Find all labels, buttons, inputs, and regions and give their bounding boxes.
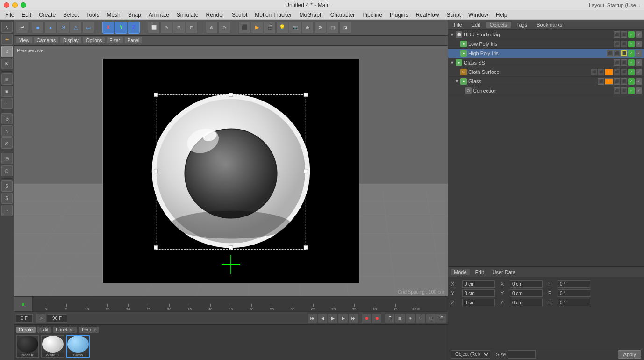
obj-vis2-hdr[interactable]: ✓ bbox=[636, 31, 642, 38]
target-btn[interactable]: ⊕ bbox=[301, 22, 314, 34]
frame-advance-btn[interactable]: ▷ bbox=[36, 314, 46, 323]
obj-tag-hdr-2[interactable]: ⬛ bbox=[621, 31, 627, 38]
obj-tab-objects[interactable]: Objects bbox=[486, 22, 511, 28]
obj-tag-lpi-1[interactable]: ⬛ bbox=[614, 41, 620, 47]
record-btn[interactable]: ⏺ bbox=[362, 314, 371, 323]
obj-tag-hdr-1[interactable]: ⬛ bbox=[614, 31, 620, 38]
obj-tag-cs-4[interactable]: ⬛ bbox=[621, 69, 627, 75]
vp-filter-menu[interactable]: Filter bbox=[106, 37, 123, 44]
menu-realflow[interactable]: RealFlow bbox=[412, 11, 442, 19]
obj-expand-gl[interactable]: ▼ bbox=[455, 79, 460, 84]
current-frame-input[interactable] bbox=[16, 314, 33, 323]
obj-tag-cor-2[interactable]: ⬛ bbox=[621, 87, 627, 94]
obj-vis2-cs[interactable]: ✓ bbox=[636, 69, 642, 75]
obj-tag-cs-2[interactable]: ⬛ bbox=[598, 69, 604, 75]
view-right-btn[interactable]: ⊞ bbox=[173, 22, 185, 34]
timeline-layout-btn[interactable]: ≣ bbox=[385, 314, 394, 323]
attr-input-x[interactable] bbox=[462, 280, 495, 288]
minimize-button[interactable] bbox=[12, 2, 18, 8]
obj-tag-cs-warn[interactable]: ! bbox=[605, 69, 613, 75]
attr-input-sx[interactable] bbox=[510, 280, 543, 288]
mat-tab-function[interactable]: Function bbox=[53, 327, 76, 333]
timeline-film-btn[interactable]: 🎬 bbox=[436, 314, 446, 323]
menu-edit[interactable]: Edit bbox=[18, 11, 35, 19]
obj-vis2-hpi[interactable]: ✓ bbox=[636, 50, 642, 57]
viewport-3d[interactable]: Perspective bbox=[14, 46, 448, 296]
tool-point[interactable]: · bbox=[1, 98, 13, 109]
timeline-extra-btn[interactable]: ⊞ bbox=[426, 314, 436, 323]
menu-character[interactable]: Character bbox=[327, 11, 358, 19]
attr-tab-user-data[interactable]: User Data bbox=[490, 269, 519, 275]
cylinder-button[interactable]: ⊙ bbox=[57, 22, 69, 34]
sphere-button[interactable]: ● bbox=[44, 22, 57, 34]
obj-tag-gss-2[interactable]: ⬛ bbox=[621, 59, 627, 66]
coord-mode-select[interactable]: Object (Rel) World bbox=[451, 350, 490, 359]
menu-script[interactable]: Script bbox=[443, 11, 464, 19]
undo-button[interactable]: ↩ bbox=[16, 22, 28, 34]
obj-row-hdr-studio-rig[interactable]: ▼ ⬤ HDR Studio Rig ⬛ ⬛ ✓ ✓ bbox=[448, 30, 644, 39]
menu-file[interactable]: File bbox=[2, 11, 17, 19]
tool-bevel[interactable]: ⬡ bbox=[1, 165, 13, 176]
obj-tag-hpi-2[interactable]: ⬛ bbox=[614, 50, 620, 57]
obj-tab-bookmarks[interactable]: Bookmarks bbox=[533, 22, 566, 28]
tool-paint[interactable]: S bbox=[1, 180, 13, 192]
menu-snap[interactable]: Snap bbox=[125, 11, 144, 19]
snap2-btn[interactable]: ⊝ bbox=[218, 22, 230, 34]
menu-mesh[interactable]: Mesh bbox=[103, 11, 123, 19]
skip-start-btn[interactable]: ⏮ bbox=[308, 314, 317, 323]
obj-tag-cor-1[interactable]: ⬛ bbox=[614, 87, 620, 94]
end-frame-input[interactable] bbox=[47, 314, 67, 323]
record-2-btn[interactable]: ⏺ bbox=[372, 314, 381, 323]
timeline-curves-btn[interactable]: ◈ bbox=[406, 314, 415, 323]
obj-tag-gss-1[interactable]: ⬛ bbox=[614, 59, 620, 66]
cube-button[interactable]: ■ bbox=[32, 22, 44, 34]
vp-options-menu[interactable]: Options bbox=[83, 37, 105, 44]
material-glass[interactable]: Glass bbox=[66, 335, 90, 358]
mat-tab-create[interactable]: Create bbox=[16, 327, 36, 333]
render-full-btn[interactable]: 🎬 bbox=[264, 22, 276, 34]
attr-input-sz[interactable] bbox=[510, 299, 543, 306]
obj-vis-cs[interactable]: ✓ bbox=[628, 69, 635, 75]
obj-expand-hdr[interactable]: ▼ bbox=[450, 32, 456, 37]
axis-y-button[interactable]: Y bbox=[115, 22, 127, 34]
tool-move[interactable]: ✛ bbox=[1, 34, 13, 45]
obj-row-low-poly-iris[interactable]: ● Low Poly Iris ⬛ ⬛ ✓ ✓ bbox=[448, 39, 644, 49]
attr-input-b[interactable] bbox=[558, 299, 590, 306]
obj-tag-gl-2[interactable]: ⬛ bbox=[614, 78, 620, 85]
menu-create[interactable]: Create bbox=[36, 11, 59, 19]
play-btn[interactable]: ▶ bbox=[328, 314, 337, 323]
vp-view-menu[interactable]: View bbox=[16, 37, 33, 44]
obj-tag-cs-1[interactable]: ⬛ bbox=[591, 69, 597, 75]
light-btn[interactable]: 💡 bbox=[276, 22, 288, 34]
menu-animate[interactable]: Animate bbox=[145, 11, 172, 19]
obj-vis-gss[interactable]: ✓ bbox=[628, 59, 635, 66]
maximize-button[interactable] bbox=[21, 2, 26, 8]
view-front-btn[interactable]: ⊟ bbox=[186, 22, 198, 34]
attr-input-y[interactable] bbox=[462, 289, 495, 297]
attr-input-sy[interactable] bbox=[510, 289, 543, 297]
tool-magnet[interactable]: S bbox=[1, 193, 13, 204]
attr-input-h[interactable] bbox=[558, 280, 590, 288]
mat-tab-edit[interactable]: Edit bbox=[37, 327, 51, 333]
tool-scale[interactable]: ⇱ bbox=[1, 58, 13, 69]
menu-mograph[interactable]: MoGraph bbox=[296, 11, 326, 19]
menu-render[interactable]: Render bbox=[203, 11, 228, 19]
obj-vis-lpi[interactable]: ✓ bbox=[628, 41, 635, 47]
tool-smooth[interactable]: ~ bbox=[1, 205, 13, 216]
render-settings-btn[interactable]: ⚙ bbox=[314, 22, 326, 34]
close-button[interactable] bbox=[4, 2, 9, 8]
menu-sculpt[interactable]: Sculpt bbox=[229, 11, 250, 19]
vp-display-menu[interactable]: Display bbox=[60, 37, 82, 44]
axis-x-button[interactable]: X bbox=[102, 22, 114, 34]
obj-row-cloth-surface[interactable]: ⬡ Cloth Surface ⬛ ⬛ ! ⬛ ⬛ ✓ ✓ bbox=[448, 67, 644, 77]
timeline-keys-btn[interactable]: ▦ bbox=[395, 314, 405, 323]
tool-poly[interactable]: ▤ bbox=[1, 73, 13, 85]
obj-row-high-poly-iris[interactable]: ● High Poly Iris ⬛ ⬛ ⬛ ✓ ✓ bbox=[448, 49, 644, 58]
prev-frame-btn[interactable]: ◀ bbox=[318, 314, 327, 323]
tool-select[interactable]: ↖ bbox=[1, 22, 13, 33]
material-white-b[interactable]: White B. bbox=[41, 335, 64, 358]
next-frame-btn[interactable]: ▶ bbox=[338, 314, 348, 323]
menu-motion-tracker[interactable]: Motion Tracker bbox=[251, 11, 295, 19]
attr-tab-mode[interactable]: Mode bbox=[451, 269, 470, 275]
obj-tag-gl-3[interactable]: ⬛ bbox=[621, 78, 627, 85]
